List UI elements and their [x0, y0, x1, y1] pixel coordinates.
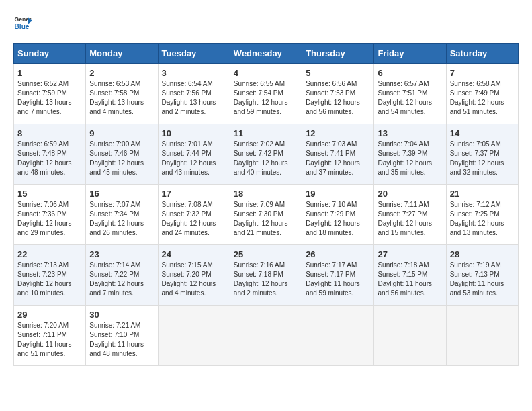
calendar-cell	[374, 306, 446, 366]
cell-text: Sunrise: 6:55 AMSunset: 7:54 PMDaylight:…	[234, 79, 298, 117]
column-header-sunday: Sunday	[14, 44, 86, 64]
calendar-cell: 4Sunrise: 6:55 AMSunset: 7:54 PMDaylight…	[230, 64, 302, 124]
logo: General Blue	[13, 13, 32, 32]
calendar-cell: 18Sunrise: 7:09 AMSunset: 7:30 PMDayligh…	[230, 185, 302, 245]
day-number: 26	[306, 249, 370, 259]
column-header-saturday: Saturday	[446, 44, 518, 64]
cell-text: Sunrise: 6:56 AMSunset: 7:53 PMDaylight:…	[306, 79, 370, 117]
cell-text: Sunrise: 7:15 AMSunset: 7:20 PMDaylight:…	[162, 261, 226, 298]
calendar-cell: 16Sunrise: 7:07 AMSunset: 7:34 PMDayligh…	[86, 185, 158, 245]
calendar-cell: 29Sunrise: 7:20 AMSunset: 7:11 PMDayligh…	[14, 306, 86, 366]
cell-text: Sunrise: 7:03 AMSunset: 7:41 PMDaylight:…	[306, 140, 370, 177]
calendar-cell	[446, 306, 518, 366]
cell-text: Sunrise: 7:04 AMSunset: 7:39 PMDaylight:…	[378, 140, 442, 177]
cell-text: Sunrise: 7:09 AMSunset: 7:30 PMDaylight:…	[234, 200, 298, 238]
cell-text: Sunrise: 6:53 AMSunset: 7:58 PMDaylight:…	[89, 79, 154, 117]
calendar-week-row: 8Sunrise: 6:59 AMSunset: 7:48 PMDaylight…	[14, 124, 519, 185]
day-number: 7	[450, 68, 515, 78]
column-header-thursday: Thursday	[302, 44, 374, 64]
calendar-cell: 21Sunrise: 7:12 AMSunset: 7:25 PMDayligh…	[446, 185, 518, 245]
page-header: General Blue	[13, 13, 519, 32]
calendar-cell: 9Sunrise: 7:00 AMSunset: 7:46 PMDaylight…	[86, 124, 158, 185]
calendar-cell: 24Sunrise: 7:15 AMSunset: 7:20 PMDayligh…	[158, 245, 230, 306]
calendar-week-row: 22Sunrise: 7:13 AMSunset: 7:23 PMDayligh…	[14, 245, 519, 306]
day-number: 12	[306, 128, 370, 138]
calendar-cell: 15Sunrise: 7:06 AMSunset: 7:36 PMDayligh…	[14, 185, 86, 245]
cell-text: Sunrise: 7:05 AMSunset: 7:37 PMDaylight:…	[450, 140, 515, 177]
day-number: 25	[234, 249, 298, 259]
day-number: 18	[234, 189, 298, 199]
cell-text: Sunrise: 7:01 AMSunset: 7:44 PMDaylight:…	[162, 140, 226, 177]
day-number: 27	[378, 249, 442, 259]
cell-text: Sunrise: 7:16 AMSunset: 7:18 PMDaylight:…	[234, 261, 298, 298]
day-number: 15	[17, 189, 82, 199]
cell-text: Sunrise: 6:54 AMSunset: 7:56 PMDaylight:…	[162, 79, 226, 117]
calendar-cell: 6Sunrise: 6:57 AMSunset: 7:51 PMDaylight…	[374, 64, 446, 124]
calendar-cell: 10Sunrise: 7:01 AMSunset: 7:44 PMDayligh…	[158, 124, 230, 185]
cell-text: Sunrise: 7:17 AMSunset: 7:17 PMDaylight:…	[306, 261, 370, 298]
cell-text: Sunrise: 7:10 AMSunset: 7:29 PMDaylight:…	[306, 200, 370, 238]
day-number: 14	[450, 128, 515, 138]
calendar-cell: 20Sunrise: 7:11 AMSunset: 7:27 PMDayligh…	[374, 185, 446, 245]
day-number: 16	[89, 189, 154, 199]
cell-text: Sunrise: 7:20 AMSunset: 7:11 PMDaylight:…	[17, 321, 82, 359]
cell-text: Sunrise: 7:18 AMSunset: 7:15 PMDaylight:…	[378, 261, 442, 298]
day-number: 23	[89, 249, 154, 259]
cell-text: Sunrise: 6:58 AMSunset: 7:49 PMDaylight:…	[450, 79, 515, 117]
calendar-cell: 3Sunrise: 6:54 AMSunset: 7:56 PMDaylight…	[158, 64, 230, 124]
day-number: 2	[89, 68, 154, 78]
cell-text: Sunrise: 6:57 AMSunset: 7:51 PMDaylight:…	[378, 79, 442, 117]
calendar-cell: 17Sunrise: 7:08 AMSunset: 7:32 PMDayligh…	[158, 185, 230, 245]
day-number: 22	[17, 249, 82, 259]
calendar-cell: 13Sunrise: 7:04 AMSunset: 7:39 PMDayligh…	[374, 124, 446, 185]
calendar-cell: 23Sunrise: 7:14 AMSunset: 7:22 PMDayligh…	[86, 245, 158, 306]
day-number: 30	[89, 310, 154, 320]
calendar-cell: 26Sunrise: 7:17 AMSunset: 7:17 PMDayligh…	[302, 245, 374, 306]
day-number: 8	[17, 128, 82, 138]
calendar-cell: 14Sunrise: 7:05 AMSunset: 7:37 PMDayligh…	[446, 124, 518, 185]
day-number: 1	[17, 68, 82, 78]
cell-text: Sunrise: 7:12 AMSunset: 7:25 PMDaylight:…	[450, 200, 515, 238]
calendar-cell: 1Sunrise: 6:52 AMSunset: 7:59 PMDaylight…	[14, 64, 86, 124]
cell-text: Sunrise: 7:13 AMSunset: 7:23 PMDaylight:…	[17, 261, 82, 298]
svg-text:Blue: Blue	[15, 23, 30, 30]
calendar-header-row: SundayMondayTuesdayWednesdayThursdayFrid…	[14, 44, 519, 64]
day-number: 10	[162, 128, 226, 138]
day-number: 3	[162, 68, 226, 78]
cell-text: Sunrise: 7:21 AMSunset: 7:10 PMDaylight:…	[89, 321, 154, 359]
column-header-friday: Friday	[374, 44, 446, 64]
day-number: 20	[378, 189, 442, 199]
calendar-cell: 7Sunrise: 6:58 AMSunset: 7:49 PMDaylight…	[446, 64, 518, 124]
calendar-cell: 5Sunrise: 6:56 AMSunset: 7:53 PMDaylight…	[302, 64, 374, 124]
calendar-cell: 19Sunrise: 7:10 AMSunset: 7:29 PMDayligh…	[302, 185, 374, 245]
day-number: 21	[450, 189, 515, 199]
column-header-tuesday: Tuesday	[158, 44, 230, 64]
calendar-cell	[230, 306, 302, 366]
day-number: 9	[89, 128, 154, 138]
calendar-body: 1Sunrise: 6:52 AMSunset: 7:59 PMDaylight…	[14, 64, 519, 366]
day-number: 13	[378, 128, 442, 138]
day-number: 11	[234, 128, 298, 138]
day-number: 28	[450, 249, 515, 259]
calendar-cell: 12Sunrise: 7:03 AMSunset: 7:41 PMDayligh…	[302, 124, 374, 185]
cell-text: Sunrise: 7:00 AMSunset: 7:46 PMDaylight:…	[89, 140, 154, 177]
cell-text: Sunrise: 7:14 AMSunset: 7:22 PMDaylight:…	[89, 261, 154, 298]
cell-text: Sunrise: 7:11 AMSunset: 7:27 PMDaylight:…	[378, 200, 442, 238]
day-number: 4	[234, 68, 298, 78]
calendar-table: SundayMondayTuesdayWednesdayThursdayFrid…	[13, 43, 519, 366]
cell-text: Sunrise: 6:59 AMSunset: 7:48 PMDaylight:…	[17, 140, 82, 177]
day-number: 17	[162, 189, 226, 199]
calendar-week-row: 15Sunrise: 7:06 AMSunset: 7:36 PMDayligh…	[14, 185, 519, 245]
calendar-cell: 25Sunrise: 7:16 AMSunset: 7:18 PMDayligh…	[230, 245, 302, 306]
day-number: 19	[306, 189, 370, 199]
cell-text: Sunrise: 6:52 AMSunset: 7:59 PMDaylight:…	[17, 79, 82, 117]
cell-text: Sunrise: 7:07 AMSunset: 7:34 PMDaylight:…	[89, 200, 154, 238]
calendar-week-row: 29Sunrise: 7:20 AMSunset: 7:11 PMDayligh…	[14, 306, 519, 366]
calendar-cell: 28Sunrise: 7:19 AMSunset: 7:13 PMDayligh…	[446, 245, 518, 306]
logo-icon: General Blue	[13, 13, 32, 32]
calendar-cell: 8Sunrise: 6:59 AMSunset: 7:48 PMDaylight…	[14, 124, 86, 185]
day-number: 24	[162, 249, 226, 259]
calendar-cell	[158, 306, 230, 366]
cell-text: Sunrise: 7:06 AMSunset: 7:36 PMDaylight:…	[17, 200, 82, 238]
column-header-wednesday: Wednesday	[230, 44, 302, 64]
